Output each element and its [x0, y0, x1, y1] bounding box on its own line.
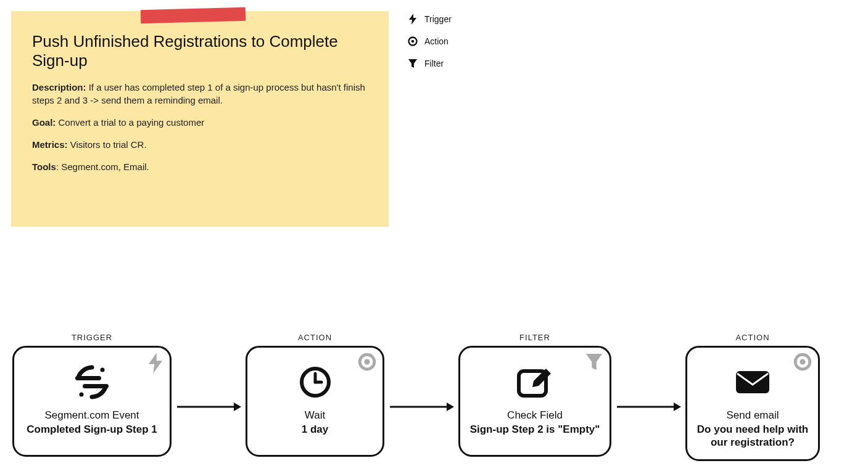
- bolt-icon: [147, 353, 163, 374]
- svg-rect-3: [83, 384, 109, 388]
- svg-point-4: [101, 368, 105, 372]
- flow-step-trigger: TRIGGER Segment.com Event Completed Sign…: [12, 333, 172, 457]
- segment-icon: [70, 364, 114, 401]
- step-type-label: FILTER: [519, 333, 550, 342]
- note-goal-line: Goal: Convert a trial to a paying custom…: [32, 116, 368, 129]
- metrics-label: Metrics:: [32, 139, 68, 150]
- legend-trigger: Trigger: [407, 14, 452, 25]
- funnel-icon: [585, 353, 603, 371]
- legend-action: Action: [407, 36, 452, 47]
- svg-rect-2: [75, 376, 101, 380]
- note-tools-line: Tools: Segment.com, Email.: [32, 161, 368, 173]
- flow-step-filter: FILTER Check Field Sign-up Step 2 is "Em…: [458, 333, 611, 457]
- edit-field-icon: [515, 364, 555, 401]
- envelope-icon: [735, 364, 771, 401]
- note-title: Push Unfinished Registrations to Complet…: [32, 32, 368, 70]
- bolt-icon: [407, 14, 418, 25]
- step-type-label: ACTION: [298, 333, 332, 342]
- card-detail: 1 day: [302, 423, 328, 436]
- flow-card-trigger: Segment.com Event Completed Sign-up Step…: [12, 346, 172, 457]
- svg-point-1: [411, 40, 415, 43]
- note-description-line: Description: If a user has completed ste…: [32, 81, 368, 107]
- goal-label: Goal:: [32, 117, 56, 128]
- step-type-label: ACTION: [735, 333, 769, 342]
- flow-card-wait: Wait 1 day: [246, 346, 384, 457]
- svg-point-16: [800, 359, 806, 365]
- target-icon: [358, 353, 376, 371]
- description-label: Description:: [32, 82, 86, 92]
- arrow-icon: [611, 333, 685, 413]
- flow-diagram: TRIGGER Segment.com Event Completed Sign…: [12, 333, 856, 461]
- tools-label: Tools: [32, 161, 56, 172]
- legend-action-label: Action: [424, 36, 448, 46]
- legend: Trigger Action Filter: [407, 14, 452, 80]
- note-metrics-line: Metrics: Visitors to trial CR.: [32, 139, 368, 151]
- card-title: Check Field: [507, 409, 563, 422]
- tape-decoration: [141, 7, 246, 23]
- card-detail: Do you need help with our registration?: [696, 423, 809, 449]
- arrow-icon: [172, 333, 246, 413]
- target-icon: [407, 36, 418, 47]
- flow-step-action-email: ACTION Send email Do you need help with …: [685, 333, 820, 461]
- metrics-text: Visitors to trial CR.: [70, 139, 147, 150]
- legend-filter: Filter: [407, 58, 452, 69]
- svg-point-5: [80, 393, 84, 397]
- card-detail: Sign-up Step 2 is "Empty": [470, 423, 600, 436]
- tools-text: : Segment.com, Email.: [56, 161, 149, 172]
- arrow-icon: [384, 333, 458, 413]
- target-icon: [793, 353, 812, 371]
- goal-text: Convert a trial to a paying customer: [59, 117, 205, 128]
- sticky-note: Push Unfinished Registrations to Complet…: [11, 11, 389, 227]
- svg-point-8: [365, 359, 370, 365]
- card-title: Send email: [726, 409, 779, 422]
- flow-step-action-wait: ACTION Wait 1 day: [246, 333, 384, 457]
- step-type-label: TRIGGER: [72, 333, 112, 342]
- card-title: Wait: [305, 409, 325, 422]
- legend-trigger-label: Trigger: [424, 14, 452, 24]
- flow-card-filter: Check Field Sign-up Step 2 is "Empty": [458, 346, 611, 457]
- clock-icon: [298, 364, 333, 401]
- flow-card-email: Send email Do you need help with our reg…: [685, 346, 820, 461]
- svg-rect-17: [736, 371, 769, 393]
- card-title: Segment.com Event: [44, 409, 139, 422]
- legend-filter-label: Filter: [424, 59, 444, 68]
- funnel-icon: [407, 58, 418, 69]
- card-detail: Completed Sign-up Step 1: [27, 423, 157, 436]
